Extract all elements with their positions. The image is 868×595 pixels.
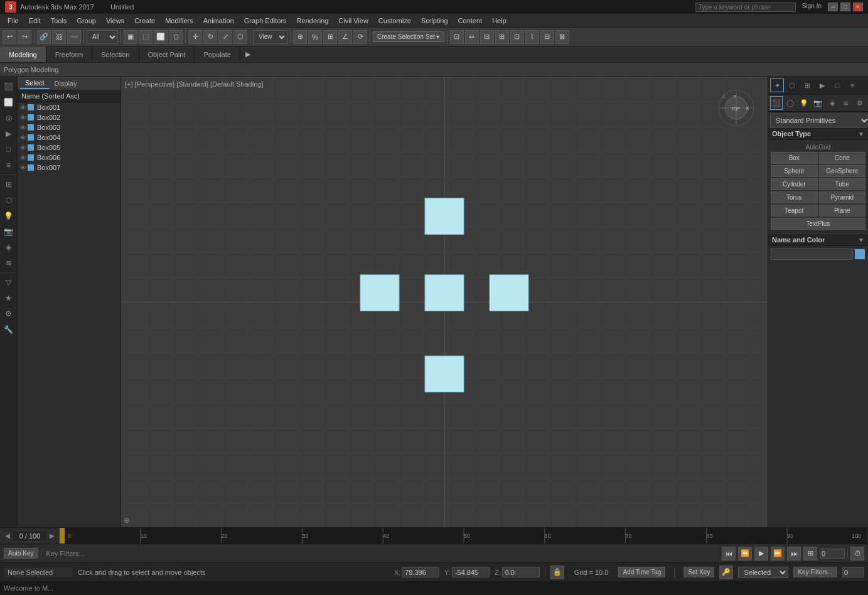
sidebar-icon-modify[interactable]: ⬜ bbox=[1, 95, 16, 110]
transform-lock-button[interactable]: 🔒 bbox=[550, 566, 564, 579]
textplus-button[interactable]: TextPlus bbox=[771, 218, 865, 230]
param-editor-button[interactable]: ⊠ bbox=[555, 30, 569, 44]
menu-content[interactable]: Content bbox=[453, 16, 488, 26]
sidebar-icon-spacewarps[interactable]: ≋ bbox=[1, 255, 16, 271]
tab-modeling[interactable]: Modeling bbox=[0, 46, 46, 62]
layer-button[interactable]: ⊞ bbox=[495, 30, 509, 44]
named-sel-button[interactable]: ⊡ bbox=[450, 30, 464, 44]
menu-tools[interactable]: Tools bbox=[46, 16, 72, 26]
menu-help[interactable]: Help bbox=[487, 16, 512, 26]
sidebar-icon-cameras[interactable]: 📷 bbox=[1, 224, 16, 239]
filter-dropdown[interactable]: All bbox=[87, 30, 118, 44]
key-mode-button[interactable]: ⊞ bbox=[803, 547, 817, 560]
undo-button[interactable]: ↩ bbox=[3, 30, 16, 44]
move-button[interactable]: ✛ bbox=[188, 30, 202, 44]
tab-freeform[interactable]: Freeform bbox=[46, 46, 93, 62]
shapes-icon[interactable]: ◯ bbox=[784, 96, 796, 110]
scene-item-box007[interactable]: 👁 Box007 bbox=[18, 163, 121, 173]
cylinder-button[interactable]: Cylinder bbox=[771, 178, 818, 190]
sidebar-icon-motion[interactable]: ▶ bbox=[1, 126, 16, 141]
object-name-input[interactable] bbox=[771, 249, 853, 260]
menu-create[interactable]: Create bbox=[129, 16, 160, 26]
sidebar-icon-scene[interactable]: ⬛ bbox=[1, 79, 16, 94]
menu-group[interactable]: Group bbox=[72, 16, 101, 26]
angle-snap-button[interactable]: ∠ bbox=[338, 30, 352, 44]
sidebar-icon-utilities[interactable]: ≡ bbox=[1, 158, 16, 173]
unlink-button[interactable]: ⛓ bbox=[52, 30, 66, 44]
y-input[interactable] bbox=[452, 567, 490, 577]
placement-button[interactable]: ⬡ bbox=[233, 30, 247, 44]
mirror-button[interactable]: ⇔ bbox=[465, 30, 479, 44]
geometry-icon[interactable]: ⬛ bbox=[770, 96, 783, 110]
create-icon[interactable]: ✦ bbox=[770, 78, 784, 92]
torus-button[interactable]: Torus bbox=[771, 191, 818, 203]
color-swatch[interactable] bbox=[854, 249, 865, 260]
select-name-button[interactable]: ⬚ bbox=[139, 30, 153, 44]
pyramid-button[interactable]: Pyramid bbox=[819, 191, 866, 203]
key-filters-button[interactable]: Key Filters... bbox=[793, 567, 837, 577]
search-input[interactable] bbox=[695, 3, 796, 12]
lights-icon[interactable]: 💡 bbox=[798, 96, 810, 110]
primitives-dropdown[interactable]: Standard Primitives bbox=[770, 114, 868, 127]
align-button[interactable]: ⊟ bbox=[480, 30, 494, 44]
scene-item-box004[interactable]: 👁 Box004 bbox=[18, 132, 121, 142]
viewport-icon-move[interactable]: ⊕ bbox=[124, 516, 130, 525]
x-input[interactable] bbox=[402, 567, 439, 577]
key-filter-icon[interactable]: 🔑 bbox=[719, 566, 733, 579]
plane-button[interactable]: Plane bbox=[819, 205, 866, 217]
sidebar-icon-shapes[interactable]: ⬡ bbox=[1, 193, 16, 208]
scene-item-box005[interactable]: 👁 Box005 bbox=[18, 142, 121, 153]
tube-button[interactable]: Tube bbox=[819, 178, 866, 190]
cone-button[interactable]: Cone bbox=[819, 152, 866, 164]
object-type-section-header[interactable]: Object Type ▼ bbox=[768, 127, 868, 140]
snap-button[interactable]: ⊞ bbox=[323, 30, 337, 44]
sidebar-icon-filter[interactable]: ▽ bbox=[1, 275, 16, 290]
utilities-icon[interactable]: ≡ bbox=[845, 78, 859, 92]
next-frame-button[interactable]: ⏩ bbox=[771, 547, 785, 560]
schematic-button[interactable]: ⊡ bbox=[510, 30, 524, 44]
selected-dropdown[interactable]: Selected bbox=[738, 567, 788, 578]
tab-object-paint[interactable]: Object Paint bbox=[139, 46, 195, 62]
timeline-bar[interactable]: 0 10 20 30 40 50 60 70 80 90 1 bbox=[60, 528, 868, 544]
geosphere-button[interactable]: GeoSphere bbox=[819, 165, 866, 177]
time-config-button[interactable]: ⏱ bbox=[850, 547, 864, 560]
rect-select-button[interactable]: ⬜ bbox=[154, 30, 168, 44]
add-time-tag-button[interactable]: Add Time Tag bbox=[618, 567, 665, 577]
go-start-button[interactable]: ⏮ bbox=[722, 547, 736, 560]
sign-in-btn[interactable]: Sign In bbox=[798, 3, 825, 12]
box-button[interactable]: Box bbox=[771, 152, 818, 164]
rotate-button[interactable]: ↻ bbox=[203, 30, 217, 44]
motion-icon[interactable]: ▶ bbox=[815, 78, 829, 92]
auto-key-button[interactable]: Auto Key bbox=[4, 548, 38, 559]
scale-button[interactable]: ⤢ bbox=[218, 30, 232, 44]
go-end-button[interactable]: ⏭ bbox=[787, 547, 801, 560]
sidebar-icon-layers[interactable]: ⊞ bbox=[1, 177, 16, 192]
pivot-button[interactable]: ⊕ bbox=[293, 30, 307, 44]
curve-editor-button[interactable]: ⌇ bbox=[525, 30, 539, 44]
sidebar-icon-settings[interactable]: ⚙ bbox=[1, 306, 16, 321]
scene-item-box003[interactable]: 👁 Box003 bbox=[18, 122, 121, 132]
sphere-button[interactable]: Sphere bbox=[771, 165, 818, 177]
minimize-button[interactable]: ─ bbox=[828, 3, 838, 11]
set-key-button[interactable]: Set Key bbox=[683, 567, 714, 577]
frame-counter[interactable]: 0 / 100 bbox=[13, 530, 47, 542]
close-button[interactable]: ✕ bbox=[853, 3, 863, 11]
sidebar-icon-star[interactable]: ★ bbox=[1, 291, 16, 306]
frame-input[interactable] bbox=[820, 549, 845, 559]
helpers-icon[interactable]: ◈ bbox=[826, 96, 839, 110]
window-select-button[interactable]: ◻ bbox=[169, 30, 183, 44]
maximize-button[interactable]: □ bbox=[840, 3, 850, 11]
sub-tab-select[interactable]: Select bbox=[20, 78, 50, 89]
sub-tab-display[interactable]: Display bbox=[50, 78, 82, 88]
menu-file[interactable]: File bbox=[3, 16, 24, 26]
create-selection-set-button[interactable]: Create Selection Set ▾ bbox=[373, 31, 444, 42]
sidebar-icon-display[interactable]: □ bbox=[1, 142, 16, 157]
display-icon[interactable]: □ bbox=[830, 78, 844, 92]
camera-icon[interactable]: 📷 bbox=[812, 96, 824, 110]
link-button[interactable]: 🔗 bbox=[37, 30, 51, 44]
menu-animation[interactable]: Animation bbox=[198, 16, 239, 26]
hierarchy-icon[interactable]: ⊞ bbox=[800, 78, 814, 92]
z-input[interactable] bbox=[502, 567, 540, 577]
menu-rendering[interactable]: Rendering bbox=[292, 16, 334, 26]
spinner-button[interactable]: ⟳ bbox=[353, 30, 367, 44]
